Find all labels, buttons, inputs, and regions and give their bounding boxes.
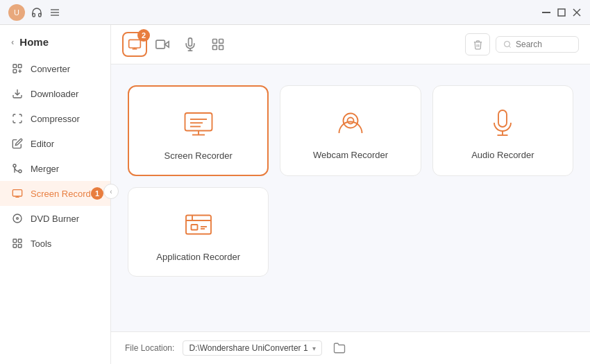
screen-recorder-label: Screen Recorder [165,150,233,161]
delete-button[interactable] [465,33,490,55]
svg-rect-9 [13,69,17,73]
home-label: Home [19,36,49,48]
minimize-button[interactable] [541,8,551,17]
sidebar-label-dvd-burner: DVD Burner [31,214,79,224]
svg-rect-34 [185,113,212,131]
svg-rect-30 [213,46,217,50]
svg-rect-44 [186,216,211,234]
titlebar-controls [541,8,582,17]
sidebar-label-merger: Merger [31,164,59,174]
tab-audio-recorder[interactable] [178,32,203,57]
svg-rect-7 [13,64,17,68]
sidebar-label-editor: Editor [31,139,54,149]
svg-rect-13 [12,190,22,196]
tab-screen-recorder[interactable]: 2 [122,32,147,57]
svg-point-11 [19,170,22,173]
screen-recorder-card-icon [181,106,216,141]
search-input[interactable] [516,40,571,49]
back-arrow-icon: ‹ [11,37,14,47]
merger-icon [11,162,24,175]
sidebar-collapse-button[interactable]: ‹ [103,184,119,199]
screen-recorder-card[interactable]: Screen Recorder [128,85,269,176]
svg-point-16 [13,214,22,223]
maximize-button[interactable] [557,8,566,17]
sidebar-label-tools: Tools [31,239,51,249]
sidebar-label-downloader: Downloader [31,89,78,99]
svg-rect-31 [219,46,224,50]
sidebar-item-compressor[interactable]: Compressor [0,106,110,131]
sidebar-item-editor[interactable]: Editor [0,131,110,156]
svg-point-32 [505,42,510,47]
main-content: 2 [111,25,590,364]
dvd-burner-icon [11,212,24,225]
webcam-recorder-label: Webcam Recorder [313,150,388,160]
toolbar-right [465,33,579,55]
audio-recorder-label: Audio Recorder [471,150,534,160]
application-recorder-label: Application Recorder [156,252,240,262]
sidebar: ‹ Home Converter [0,25,111,364]
application-recorder-card-icon [181,207,216,242]
titlebar-left: U [8,4,61,21]
svg-point-17 [17,218,19,220]
screen-recorder-badge: 1 [91,187,103,200]
svg-rect-29 [219,40,224,44]
sidebar-item-downloader[interactable]: Downloader [0,81,110,106]
svg-rect-3 [542,12,550,13]
file-location-label: File Location: [125,343,174,353]
sidebar-item-screen-recorder[interactable]: Screen Recorder 1 [0,181,110,206]
svg-rect-21 [18,244,22,248]
tools-icon [11,237,24,250]
svg-point-41 [347,118,353,124]
svg-point-40 [343,114,357,128]
menu-icon[interactable] [49,6,61,19]
toolbar-tabs: 2 [122,32,230,57]
svg-rect-4 [558,9,565,16]
open-folder-button[interactable] [330,339,348,357]
file-location-path[interactable]: D:\Wondershare UniConverter 1 ▾ [183,340,321,356]
headphone-icon[interactable] [31,6,43,19]
sidebar-label-converter: Converter [31,64,70,74]
screen-recorder-icon [11,187,24,200]
tab-webcam-recorder[interactable] [150,32,175,57]
tab-app-recorder[interactable] [205,32,230,57]
sidebar-label-compressor: Compressor [31,114,80,124]
audio-recorder-card[interactable]: Audio Recorder [432,85,573,176]
compressor-icon [11,112,24,125]
downloader-icon [11,87,24,100]
webcam-recorder-card[interactable]: Webcam Recorder [280,85,421,176]
sidebar-item-dvd-burner[interactable]: DVD Burner [0,206,110,231]
toolbar: 2 [111,25,590,64]
svg-rect-28 [213,40,217,44]
titlebar: U [0,0,590,25]
converter-icon [11,62,24,75]
sidebar-item-tools[interactable]: Tools [0,231,110,256]
svg-rect-25 [156,40,165,49]
audio-recorder-card-icon [485,105,520,140]
sidebar-home[interactable]: ‹ Home [0,31,110,56]
svg-rect-20 [13,244,17,248]
svg-point-12 [13,164,16,167]
svg-rect-8 [18,64,22,68]
close-button[interactable] [572,8,582,17]
app-container: ‹ Home Converter [0,25,590,364]
footer: File Location: D:\Wondershare UniConvert… [111,331,590,364]
editor-icon [11,137,24,150]
svg-line-33 [509,46,510,47]
sidebar-item-merger[interactable]: Merger [0,156,110,181]
svg-rect-22 [129,40,141,48]
webcam-recorder-card-icon [333,105,368,140]
recorder-grid: Screen Recorder Webcam Recorder [111,64,590,297]
avatar: U [8,4,25,21]
svg-rect-19 [18,239,22,243]
chevron-down-icon: ▾ [312,345,316,352]
svg-rect-47 [191,225,197,230]
sidebar-item-converter[interactable]: Converter [0,56,110,81]
sidebar-label-screen-recorder: Screen Recorder [31,189,99,199]
file-path-text: D:\Wondershare UniConverter 1 [189,343,307,353]
application-recorder-card[interactable]: Application Recorder [128,187,269,277]
tab-screen-recorder-badge: 2 [137,29,150,42]
svg-rect-18 [13,239,17,243]
search-box[interactable] [496,36,579,53]
